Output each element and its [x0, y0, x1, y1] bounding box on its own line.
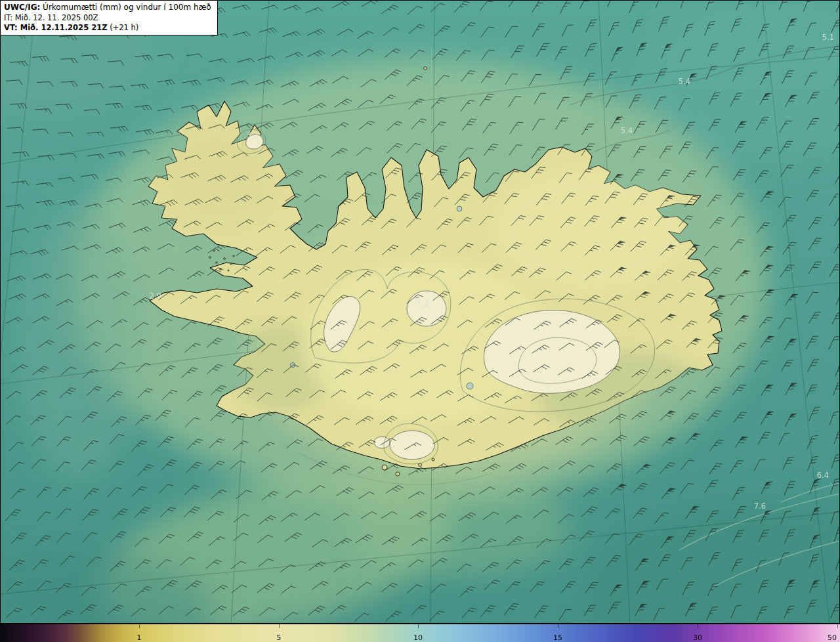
product-description: Úrkomumætti (mm) og vindur í 100m hæð: [40, 3, 211, 12]
colorbar-tick: [698, 624, 698, 628]
colorbar-label: 30: [693, 634, 702, 641]
init-time: IT: Mið. 12. 11. 2025 00Z: [4, 13, 211, 23]
valid-time-main: VT: Mið. 12.11.2025 21Z: [4, 23, 107, 32]
glacier-eyjafjallajokull: [374, 437, 390, 448]
colorbar-label: 10: [413, 634, 423, 641]
colorbar-tick: [558, 624, 558, 628]
map-canvas: 5.15.45.43.22.91.26.47.6: [0, 0, 840, 624]
contour-value-label: 2.9: [150, 291, 161, 301]
contour-value-label: 7.6: [754, 502, 766, 511]
contour-value-label: 5.1: [822, 33, 834, 42]
weather-map: 5.15.45.43.22.91.26.47.6 UWC/IG: Úrkomum…: [0, 0, 840, 642]
valid-time: VT: Mið. 12.11.2025 21Z (+21 h): [4, 23, 211, 33]
colorbar-tick: [279, 624, 280, 628]
colorbar-tick: [139, 624, 140, 628]
contour-value-label: 3.2: [247, 131, 259, 140]
contour-value-label: 5.4: [621, 126, 633, 135]
colorbar: 1510153050: [0, 624, 840, 642]
colorbar-label: 5: [276, 634, 281, 641]
contour-value-label: 6.4: [817, 471, 829, 480]
island-grimsey: [424, 67, 427, 70]
product-code: UWC/IG:: [4, 3, 40, 12]
colorbar-label: 50: [828, 634, 837, 641]
product-title: UWC/IG: Úrkomumætti (mm) og vindur í 100…: [4, 3, 211, 13]
colorbar-label: 1: [136, 634, 141, 641]
valid-time-offset: (+21 h): [107, 23, 138, 32]
colorbar-label: 15: [553, 634, 562, 641]
colorbar-tick: [837, 624, 838, 628]
contour-value-label: 5.4: [679, 77, 690, 86]
colorbar-tick: [418, 624, 419, 628]
map-title-box: UWC/IG: Úrkomumætti (mm) og vindur í 100…: [0, 0, 218, 35]
contour-value-label: 1.2: [417, 299, 429, 308]
